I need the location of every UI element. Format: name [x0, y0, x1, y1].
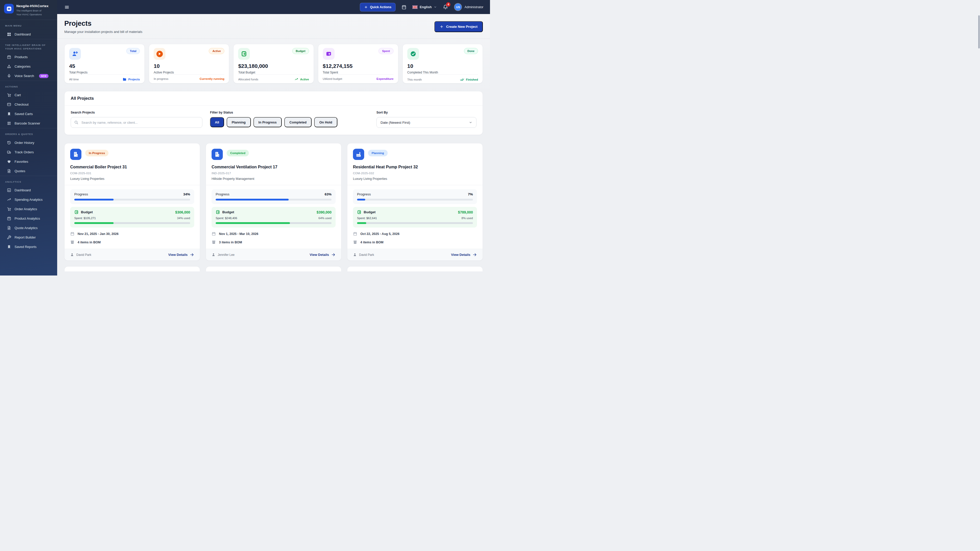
- progress-label: Progress: [216, 192, 229, 196]
- page-header-text: Projects Manage your installation projec…: [64, 20, 142, 34]
- sidebar-item-saved-reports[interactable]: Saved Reports: [0, 242, 57, 251]
- sidebar-item-products[interactable]: Products: [0, 52, 57, 62]
- sidebar-item-quote-analytics[interactable]: Quote Analytics: [0, 223, 57, 233]
- stat-card-total-projects: Total 45 Total Projects All time Project…: [64, 44, 145, 83]
- bar-chart-icon: [7, 188, 11, 192]
- sidebar-item-favorites[interactable]: Favorites: [0, 157, 57, 166]
- sidebar-item-quotes[interactable]: Quotes: [0, 166, 57, 176]
- bom-row: 4 items in BOM: [70, 240, 194, 245]
- calculator-icon: [357, 210, 361, 214]
- bom-row: 4 items in BOM: [353, 240, 477, 245]
- view-details-link[interactable]: View Details: [451, 252, 477, 257]
- microphone-icon: [7, 74, 11, 78]
- progress-label: Progress: [357, 192, 371, 196]
- project-reference: COM-2025-031: [70, 171, 194, 175]
- calendar-button[interactable]: [401, 5, 407, 10]
- sidebar-item-cart[interactable]: Cart: [0, 90, 57, 100]
- page-content: Projects Manage your installation projec…: [57, 14, 490, 275]
- sidebar-item-product-analytics[interactable]: Product Analytics: [0, 214, 57, 223]
- project-title: Residential Heat Pump Project 32: [353, 165, 477, 169]
- sidebar-item-label: Favorites: [14, 160, 28, 164]
- person-icon: [353, 253, 357, 257]
- project-client: Luxury Living Properties: [353, 177, 477, 181]
- view-details-link[interactable]: View Details: [310, 252, 336, 257]
- notifications-button[interactable]: 4: [443, 4, 448, 10]
- sidebar-item-categories[interactable]: Categories: [0, 62, 57, 71]
- filter-chip-in-progress[interactable]: In Progress: [253, 117, 282, 127]
- brand: Nexgile-HVACortex The Intelligent Brain …: [0, 0, 57, 20]
- progress-box: Progress 34%: [70, 189, 194, 204]
- sidebar-item-dashboard[interactable]: Dashboard: [0, 30, 57, 39]
- budget-bar-fill: [357, 222, 366, 224]
- view-details-link[interactable]: View Details: [168, 252, 194, 257]
- project-card-head: Planning: [353, 149, 477, 160]
- sidebar-item-label: Spending Analytics: [14, 198, 43, 202]
- budget-used: 64% used: [318, 217, 331, 220]
- play-circle-icon: [154, 48, 165, 60]
- budget-spent: Spent: $248,406: [216, 217, 237, 220]
- stat-badge: Budget: [292, 48, 309, 54]
- double-check-icon: [460, 77, 464, 82]
- topbar: Quick Actions English 4 US Administrator: [57, 0, 490, 14]
- search-icon: [74, 120, 78, 124]
- sidebar-item-barcode-scanner[interactable]: Barcode Scanner: [0, 119, 57, 128]
- budget-value: $789,000: [458, 210, 473, 214]
- date-range: Nov 21, 2025 - Jan 30, 2026: [78, 232, 119, 236]
- sidebar-item-order-analytics[interactable]: Order Analytics: [0, 204, 57, 214]
- sort-dropdown[interactable]: Date (Newest First): [376, 117, 476, 128]
- section-label: THE INTELLIGENT BRAIN OF YOUR HVAC OPERA…: [0, 39, 57, 52]
- sidebar-item-report-builder[interactable]: Report Builder: [0, 233, 57, 242]
- filter-block: Filter by Status All Planning In Progres…: [210, 111, 337, 127]
- filter-chip-completed[interactable]: Completed: [284, 117, 312, 127]
- stat-label: Total Projects: [69, 71, 140, 74]
- panel-title: All Projects: [65, 91, 483, 106]
- sidebar-item-voice-search[interactable]: Voice Search NEW: [0, 71, 57, 81]
- sidebar-item-track-orders[interactable]: Track Orders: [0, 148, 57, 157]
- project-card-partial: [206, 266, 342, 272]
- stat-footer-right: Currently running: [200, 77, 224, 80]
- factory-icon: [353, 149, 364, 160]
- quick-actions-button[interactable]: Quick Actions: [360, 3, 396, 11]
- budget-box: Budget $390,000 Spent: $248,406 64% used: [212, 207, 336, 227]
- project-card-head: In Progress: [70, 149, 194, 160]
- sidebar-item-label: Products: [14, 55, 27, 59]
- person-icon: [70, 253, 74, 257]
- projects-link[interactable]: Projects: [123, 77, 140, 81]
- sidebar-item-checkout[interactable]: Checkout: [0, 100, 57, 109]
- divider: [65, 185, 200, 185]
- user-menu[interactable]: US Administrator: [454, 3, 484, 11]
- stat-card-active-projects: Active 10 Active Projects In progress Cu…: [149, 44, 229, 83]
- stat-card-total-budget: Budget $23,180,000 Total Budget Allocate…: [233, 44, 313, 83]
- section-label: ACTIONS: [0, 81, 57, 90]
- sidebar-item-order-history[interactable]: Order History: [0, 138, 57, 148]
- filter-chip-all[interactable]: All: [210, 117, 224, 127]
- sidebar-item-label: Dashboard: [14, 32, 31, 36]
- stat-footer: Allocated funds Active: [238, 74, 309, 84]
- filter-chip-on-hold[interactable]: On Hold: [314, 117, 337, 127]
- stat-value: 10: [407, 63, 478, 69]
- sidebar-item-analytics-dashboard[interactable]: Dashboard: [0, 186, 57, 195]
- filter-chip-planning[interactable]: Planning: [227, 117, 251, 127]
- budget-box: Budget $789,000 Spent: $62,641 8% used: [353, 207, 477, 227]
- hamburger-menu-button[interactable]: [64, 5, 69, 10]
- stat-footer-left: This month: [407, 78, 422, 81]
- search-input[interactable]: [71, 117, 202, 128]
- budget-bar-fill: [216, 222, 290, 224]
- person-icon: [212, 253, 215, 257]
- language-selector[interactable]: English: [412, 5, 437, 9]
- create-new-project-button[interactable]: Create New Project: [434, 21, 483, 32]
- wallet-icon: [323, 48, 334, 60]
- page-header: Projects Manage your installation projec…: [57, 14, 490, 39]
- date-range: Oct 22, 2025 - Aug 5, 2026: [360, 232, 399, 236]
- archive-box-icon: [212, 240, 216, 245]
- sidebar-item-saved-carts[interactable]: Saved Carts: [0, 109, 57, 119]
- sidebar-item-spending-analytics[interactable]: Spending Analytics: [0, 195, 57, 204]
- budget-value: $390,000: [317, 210, 331, 214]
- stat-label: Completed This Month: [407, 71, 478, 74]
- hamburger-icon: [64, 5, 69, 10]
- brand-logo-icon: [4, 4, 14, 14]
- sidebar-item-label: Voice Search: [14, 74, 34, 78]
- bom-count: 3 items in BOM: [219, 241, 242, 244]
- date-range-row: Oct 22, 2025 - Aug 5, 2026: [353, 232, 477, 236]
- budget-bar: [74, 222, 190, 224]
